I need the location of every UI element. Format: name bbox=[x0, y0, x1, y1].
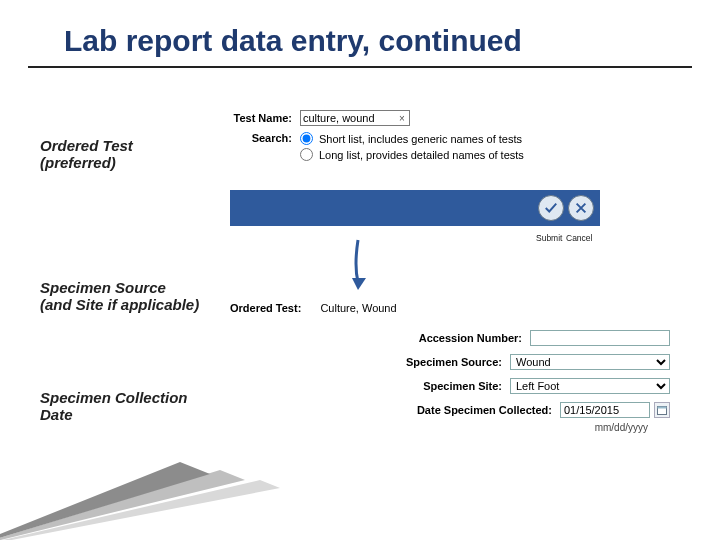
cancel-icon bbox=[574, 201, 588, 215]
radio-short-label: Short list, includes generic names of te… bbox=[319, 133, 522, 145]
cancel-caption: Cancel bbox=[566, 233, 592, 243]
slide-title: Lab report data entry, continued bbox=[28, 0, 692, 68]
radio-short-list[interactable] bbox=[300, 132, 313, 145]
radio-long-list[interactable] bbox=[300, 148, 313, 161]
specimen-source-select[interactable]: Wound bbox=[510, 354, 670, 370]
cancel-button[interactable] bbox=[568, 195, 594, 221]
test-name-input[interactable] bbox=[300, 110, 410, 126]
svg-marker-4 bbox=[0, 462, 210, 540]
specimen-source-field-label: Specimen Source: bbox=[406, 356, 502, 368]
radio-long-label: Long list, provides detailed names of te… bbox=[319, 149, 524, 161]
arrow-down-icon bbox=[348, 238, 372, 294]
specimen-site-field-label: Specimen Site: bbox=[423, 380, 502, 392]
svg-rect-1 bbox=[658, 407, 667, 409]
test-search-form: Test Name: × Search: Short list, include… bbox=[230, 110, 670, 170]
accession-label: Accession Number: bbox=[419, 332, 522, 344]
calendar-icon[interactable] bbox=[654, 402, 670, 418]
submit-button[interactable] bbox=[538, 195, 564, 221]
accession-input[interactable] bbox=[530, 330, 670, 346]
label-specimen-source: Specimen Source (and Site if applicable) bbox=[40, 280, 200, 313]
submit-icon bbox=[544, 201, 558, 215]
specimen-form: Accession Number: Specimen Source: Wound… bbox=[230, 330, 670, 433]
clear-icon[interactable]: × bbox=[396, 113, 408, 124]
test-name-label: Test Name: bbox=[230, 112, 300, 124]
submit-caption: Submit bbox=[536, 233, 562, 243]
date-format-hint: mm/dd/yyyy bbox=[230, 422, 648, 433]
ordered-test-row: Ordered Test: Culture, Wound bbox=[230, 302, 397, 314]
date-collected-input[interactable] bbox=[560, 402, 650, 418]
search-label: Search: bbox=[230, 132, 300, 144]
svg-marker-2 bbox=[0, 480, 280, 540]
date-collected-label: Date Specimen Collected: bbox=[417, 404, 552, 416]
ordered-test-value: Culture, Wound bbox=[320, 302, 396, 314]
specimen-site-select[interactable]: Left Foot bbox=[510, 378, 670, 394]
ordered-test-label: Ordered Test: bbox=[230, 302, 301, 314]
button-bar: Submit Cancel bbox=[230, 190, 600, 226]
label-ordered-test: Ordered Test (preferred) bbox=[40, 138, 190, 171]
label-specimen-date: Specimen Collection Date bbox=[40, 390, 190, 423]
svg-marker-3 bbox=[0, 470, 245, 540]
